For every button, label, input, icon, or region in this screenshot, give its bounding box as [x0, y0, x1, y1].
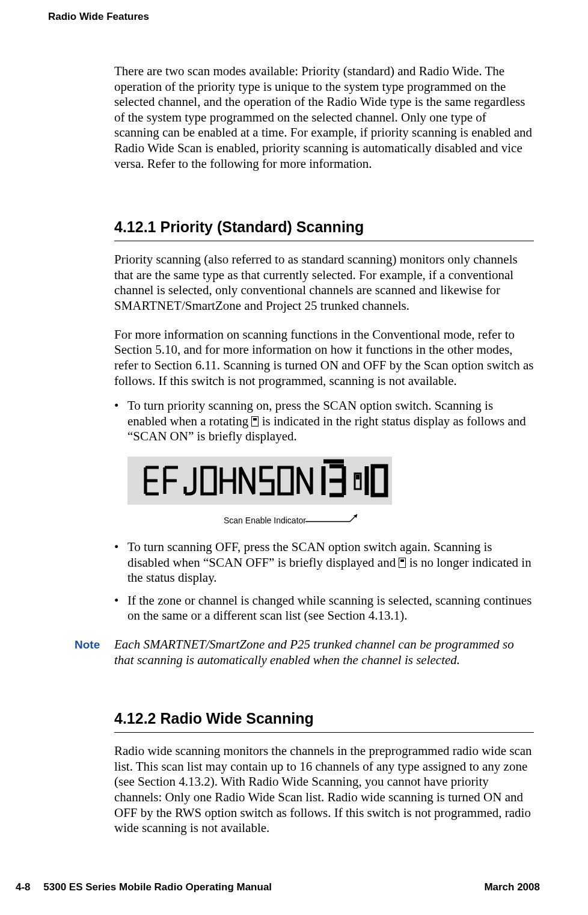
note-text: Each SMARTNET/SmartZone and P25 trunked …	[114, 637, 534, 668]
svg-rect-1	[356, 475, 360, 479]
lcd-display	[127, 457, 392, 505]
rotating-scan-icon	[251, 416, 259, 427]
intro-paragraph: There are two scan modes available: Prio…	[114, 64, 534, 171]
footer-right: March 2008	[484, 881, 540, 893]
note-label: Note	[75, 637, 114, 668]
page-footer: 4-8 5300 ES Series Mobile Radio Operatin…	[16, 881, 540, 893]
s4122-paragraph-1: Radio wide scanning monitors the channel…	[114, 744, 534, 836]
rotating-scan-icon	[399, 558, 406, 568]
s4121-bullet-list-2: To turn scanning OFF, press the SCAN opt…	[114, 540, 534, 624]
footer-left: 4-8 5300 ES Series Mobile Radio Operatin…	[16, 881, 272, 893]
arrow-up-icon	[305, 511, 366, 528]
s4121-paragraph-1: Priority scanning (also referred to as s…	[114, 252, 534, 313]
section-4-12-1-heading: 4.12.1 Priority (Standard) Scanning	[114, 171, 540, 241]
figure-caption: Scan Enable Indicator	[224, 516, 306, 525]
s4121-bullet-list: To turn priority scanning on, press the …	[114, 398, 534, 445]
section-4-12-2-heading: 4.12.2 Radio Wide Scanning	[114, 668, 540, 732]
note-block: Note Each SMARTNET/SmartZone and P25 tru…	[75, 637, 534, 668]
section-rule	[114, 241, 534, 241]
list-item: If the zone or channel is changed while …	[114, 593, 534, 624]
list-item: To turn priority scanning on, press the …	[114, 398, 534, 445]
list-item: To turn scanning OFF, press the SCAN opt…	[114, 540, 534, 586]
figure-caption-row: Scan Enable Indicator	[127, 511, 540, 529]
running-header: Radio Wide Features	[48, 0, 540, 23]
svg-rect-2	[373, 466, 386, 495]
bullet-3-text: If the zone or channel is changed while …	[127, 593, 531, 623]
lcd-figure	[127, 457, 540, 507]
section-rule	[114, 732, 534, 733]
s4121-paragraph-2: For more information on scanning functio…	[114, 327, 534, 389]
